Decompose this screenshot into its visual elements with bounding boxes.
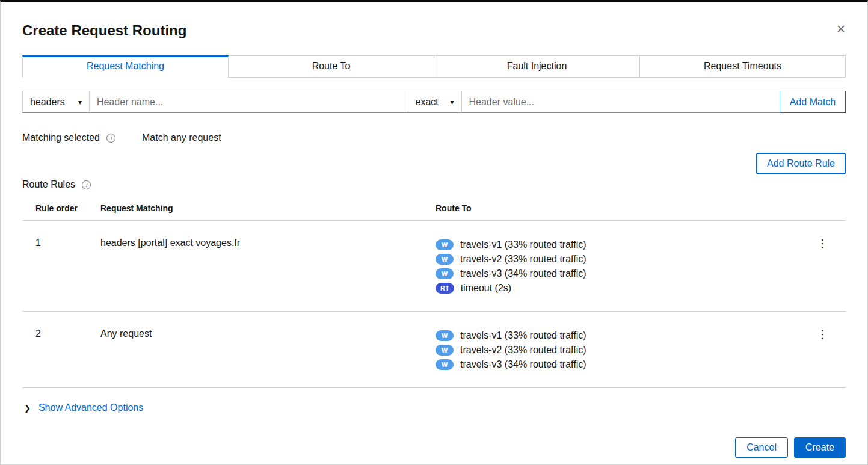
modal-header: Create Request Routing ✕: [22, 2, 846, 40]
header-name-input[interactable]: [89, 91, 408, 113]
cancel-button[interactable]: Cancel: [735, 437, 788, 458]
rule-order-cell: 1: [22, 238, 100, 295]
row-actions-cell: ⋮: [812, 328, 846, 372]
matching-selected-row: Matching selected i Match any request: [22, 132, 846, 143]
route-rules-table-header: Rule order Request Matching Route To: [22, 197, 846, 221]
chevron-down-icon: ▾: [78, 98, 82, 106]
route-entry-text: travels-v1 (33% routed traffic): [460, 239, 586, 250]
request-timeout-badge: RT: [436, 283, 454, 294]
route-entry: W travels-v2 (33% routed traffic): [436, 252, 812, 266]
tab-route-to[interactable]: Route To: [229, 55, 434, 78]
route-entry: W travels-v2 (33% routed traffic): [436, 343, 812, 357]
route-entry-text: travels-v2 (33% routed traffic): [460, 254, 586, 265]
route-entry: W travels-v1 (33% routed traffic): [436, 328, 812, 343]
show-advanced-options-label: Show Advanced Options: [38, 402, 143, 413]
weight-badge: W: [436, 268, 454, 279]
route-rules-title: Route Rules: [22, 179, 75, 190]
info-icon: i: [82, 180, 91, 189]
kebab-menu-icon[interactable]: ⋮: [812, 328, 831, 340]
match-operator-value: exact: [416, 97, 439, 108]
show-advanced-options-toggle[interactable]: ❯ Show Advanced Options: [22, 402, 846, 413]
header-value-input[interactable]: [461, 91, 781, 113]
weight-badge: W: [436, 239, 454, 250]
match-builder-row: headers ▾ exact ▾ Add Match: [22, 91, 846, 113]
route-entry: W travels-v3 (34% routed traffic): [436, 266, 812, 281]
route-entry: W travels-v1 (33% routed traffic): [436, 238, 812, 252]
column-header-route-to: Route To: [436, 203, 812, 213]
request-matching-cell: Any request: [100, 328, 436, 372]
add-route-rule-button[interactable]: Add Route Rule: [756, 153, 846, 174]
route-entry: W travels-v3 (34% routed traffic): [436, 357, 812, 372]
route-entry-text: travels-v3 (34% routed traffic): [460, 268, 586, 279]
column-header-request-matching: Request Matching: [100, 203, 436, 213]
route-entry-text: travels-v3 (34% routed traffic): [460, 359, 586, 370]
route-entry: RT timeout (2s): [436, 281, 812, 295]
tab-request-timeouts[interactable]: Request Timeouts: [640, 55, 846, 78]
weight-badge: W: [436, 254, 454, 265]
match-category-select[interactable]: headers ▾: [22, 91, 90, 113]
page-title: Create Request Routing: [22, 22, 846, 40]
add-route-rule-row: Add Route Rule: [22, 153, 846, 174]
table-row: 2 Any request W travels-v1 (33% routed t…: [22, 312, 846, 388]
table-row: 1 headers [portal] exact voyages.fr W tr…: [22, 221, 846, 312]
info-icon: i: [106, 134, 115, 143]
matching-selected-label: Matching selected: [22, 132, 100, 143]
route-entry-text: timeout (2s): [461, 283, 511, 294]
create-button[interactable]: Create: [794, 437, 846, 458]
column-header-rule-order: Rule order: [22, 203, 100, 213]
route-rules-title-row: Route Rules i: [22, 179, 846, 190]
match-category-value: headers: [30, 97, 65, 108]
wizard-tabs: Request Matching Route To Fault Injectio…: [22, 55, 846, 78]
route-to-cell: W travels-v1 (33% routed traffic) W trav…: [436, 328, 812, 372]
route-to-cell: W travels-v1 (33% routed traffic) W trav…: [436, 238, 812, 295]
chevron-down-icon: ▾: [450, 98, 454, 106]
match-operator-select[interactable]: exact ▾: [408, 91, 462, 113]
tab-request-matching[interactable]: Request Matching: [22, 55, 229, 78]
chevron-right-icon: ❯: [24, 404, 31, 413]
kebab-menu-icon[interactable]: ⋮: [812, 238, 831, 250]
route-entry-text: travels-v2 (33% routed traffic): [460, 345, 586, 356]
weight-badge: W: [436, 359, 454, 370]
create-request-routing-modal: Create Request Routing ✕ Request Matchin…: [0, 0, 868, 465]
route-entry-text: travels-v1 (33% routed traffic): [460, 330, 586, 341]
column-header-actions: [812, 203, 846, 213]
tab-fault-injection[interactable]: Fault Injection: [434, 55, 640, 78]
weight-badge: W: [436, 330, 454, 341]
modal-footer: Cancel Create: [22, 437, 846, 465]
add-match-button[interactable]: Add Match: [780, 91, 846, 113]
close-icon[interactable]: ✕: [836, 23, 846, 35]
row-actions-cell: ⋮: [812, 238, 846, 295]
matching-selected-value: Match any request: [142, 132, 221, 143]
rule-order-cell: 2: [22, 328, 100, 372]
request-matching-cell: headers [portal] exact voyages.fr: [100, 238, 436, 295]
weight-badge: W: [436, 345, 454, 356]
